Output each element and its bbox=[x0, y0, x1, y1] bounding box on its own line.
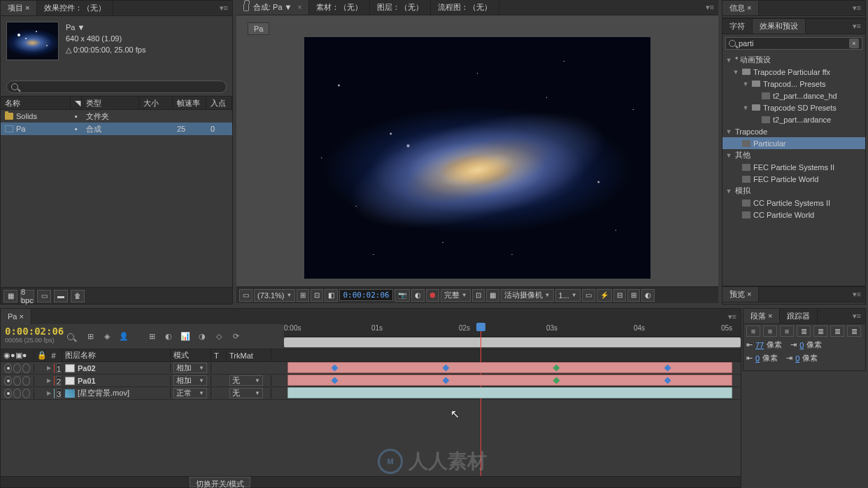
tab-footage[interactable]: 素材：（无） bbox=[309, 0, 370, 15]
exposure-button[interactable]: ◐ bbox=[641, 289, 655, 302]
snapshot-button[interactable]: 📷 bbox=[394, 289, 410, 302]
playhead-cap-icon[interactable] bbox=[476, 323, 485, 331]
toggle-switches-modes-button[interactable]: 切换开关/模式 bbox=[190, 477, 250, 487]
tree-folder[interactable]: * 动画预设 bbox=[723, 54, 865, 66]
grid-button[interactable]: ⊞ bbox=[297, 289, 309, 302]
layer-duration-bar[interactable] bbox=[287, 375, 732, 386]
tree-folder[interactable]: 其他 bbox=[723, 149, 865, 161]
disclosure-triangle-icon[interactable] bbox=[725, 152, 732, 159]
tree-folder[interactable]: Trapcod... Presets bbox=[723, 78, 865, 90]
hide-shy-icon[interactable]: 👤 bbox=[118, 330, 130, 343]
project-search[interactable] bbox=[6, 81, 227, 93]
views-dropdown[interactable]: 1...▼ bbox=[555, 289, 581, 302]
layer-duration-bar[interactable] bbox=[287, 362, 732, 373]
timeline-timecode[interactable]: 0:00:02:06 bbox=[5, 326, 56, 337]
trkmat-dropdown[interactable]: 无▼ bbox=[229, 375, 263, 386]
new-comp-button[interactable]: ▭ bbox=[37, 290, 51, 302]
frame-blend-icon[interactable]: ⊞ bbox=[145, 330, 158, 343]
justify-last-center-button[interactable]: ≣ bbox=[813, 326, 827, 337]
auto-keyframe-icon[interactable]: ◇ bbox=[213, 330, 225, 343]
twirl-icon[interactable]: ▶ bbox=[45, 365, 52, 371]
col-in[interactable]: 入点 bbox=[206, 97, 232, 109]
disclosure-triangle-icon[interactable] bbox=[725, 128, 732, 135]
bpc-button[interactable]: 8 bpc bbox=[20, 290, 34, 302]
col-num[interactable]: # bbox=[45, 349, 62, 361]
justify-all-button[interactable]: ≣ bbox=[847, 326, 861, 337]
work-area-bar[interactable] bbox=[284, 337, 741, 347]
graph-editor-icon[interactable]: 📊 bbox=[179, 330, 192, 343]
brainstorm-icon[interactable]: ◑ bbox=[196, 330, 208, 343]
solo-toggle[interactable] bbox=[22, 389, 30, 398]
panel-menu-icon[interactable]: ▾≡ bbox=[848, 290, 865, 299]
justify-last-left-button[interactable]: ≣ bbox=[797, 326, 811, 337]
blend-mode-dropdown[interactable]: 相加▼ bbox=[173, 363, 207, 373]
panel-menu-icon[interactable]: ▾≡ bbox=[848, 4, 865, 13]
effect-item[interactable]: t2_part...ardance bbox=[723, 113, 865, 125]
align-center-button[interactable]: ≡ bbox=[763, 326, 777, 337]
tab-effects-presets[interactable]: 效果和预设 bbox=[753, 19, 806, 34]
search-icon[interactable] bbox=[67, 333, 74, 340]
panel-menu-icon[interactable]: ▾≡ bbox=[215, 4, 232, 13]
disclosure-triangle-icon[interactable] bbox=[725, 188, 732, 195]
interpret-footage-button[interactable]: ▦ bbox=[3, 290, 17, 302]
visibility-toggle[interactable] bbox=[4, 376, 12, 386]
panel-menu-icon[interactable]: ▾≡ bbox=[848, 22, 865, 31]
tree-folder[interactable]: 模拟 bbox=[723, 185, 865, 197]
tab-composition[interactable]: 合成: Pa ▼× bbox=[236, 0, 309, 15]
audio-toggle[interactable] bbox=[13, 376, 21, 386]
indent-left-value[interactable]: 77 bbox=[755, 341, 764, 349]
zoom-dropdown[interactable]: (73.1%)▼ bbox=[254, 289, 295, 302]
col-label[interactable]: ◥ bbox=[71, 97, 82, 109]
clear-search-button[interactable]: × bbox=[849, 39, 859, 48]
show-channel-button[interactable]: ◐ bbox=[411, 289, 425, 302]
project-item[interactable]: Pa▪合成250 bbox=[1, 123, 232, 135]
effect-item[interactable]: Particular bbox=[723, 137, 865, 149]
disclosure-triangle-icon[interactable] bbox=[732, 69, 739, 76]
disclosure-triangle-icon[interactable] bbox=[725, 57, 732, 64]
pixel-aspect-button[interactable]: ▭ bbox=[582, 289, 595, 302]
audio-toggle[interactable] bbox=[13, 389, 21, 398]
tree-folder[interactable]: Trapcode Particular ffx bbox=[723, 66, 865, 78]
visibility-toggle[interactable] bbox=[4, 363, 12, 373]
tab-tracker[interactable]: 跟踪器 bbox=[780, 309, 818, 323]
tab-info[interactable]: 信息 × bbox=[723, 1, 759, 15]
align-right-button[interactable]: ≡ bbox=[780, 326, 794, 337]
timeline-button[interactable]: ⊟ bbox=[613, 289, 626, 302]
tab-layer[interactable]: 图层：（无） bbox=[370, 0, 431, 15]
disclosure-triangle-icon[interactable] bbox=[742, 104, 749, 111]
visibility-toggle[interactable] bbox=[4, 389, 12, 398]
layer-color-chip[interactable] bbox=[54, 363, 55, 373]
tree-folder[interactable]: Trapcode bbox=[723, 125, 865, 137]
blend-mode-dropdown[interactable]: 正常▼ bbox=[173, 388, 207, 398]
effects-search-input[interactable] bbox=[739, 39, 846, 48]
col-fps[interactable]: 帧速率 bbox=[173, 97, 206, 109]
panel-menu-icon[interactable]: ▾≡ bbox=[702, 3, 718, 12]
roi-button[interactable]: ⊡ bbox=[472, 289, 485, 302]
guides-button[interactable]: ⊡ bbox=[311, 289, 323, 302]
space-before-value[interactable]: 0 bbox=[755, 354, 760, 363]
mask-button[interactable]: ◧ bbox=[325, 289, 338, 302]
tab-effect-controls[interactable]: 效果控件：（无） bbox=[37, 1, 113, 15]
tab-timeline-comp[interactable]: Pa × bbox=[1, 309, 31, 324]
resolution-dropdown[interactable]: 完整▼ bbox=[441, 289, 471, 302]
col-mode[interactable]: 模式 bbox=[171, 349, 211, 361]
comp-mini-flowchart-icon[interactable]: ⊞ bbox=[84, 330, 97, 343]
fast-preview-button[interactable]: ⚡ bbox=[597, 289, 612, 302]
live-update-icon[interactable]: ⟳ bbox=[229, 330, 242, 343]
disclosure-triangle-icon[interactable] bbox=[742, 81, 749, 88]
solo-toggle[interactable] bbox=[22, 376, 30, 386]
align-left-button[interactable]: ≡ bbox=[746, 326, 760, 337]
space-after-value[interactable]: 0 bbox=[795, 354, 799, 363]
effect-item[interactable]: t2_part...dance_hd bbox=[723, 90, 865, 102]
twirl-icon[interactable]: ▶ bbox=[45, 390, 52, 396]
trash-button[interactable]: 🗑 bbox=[71, 290, 85, 302]
composition-viewer[interactable] bbox=[236, 15, 718, 286]
solo-toggle[interactable] bbox=[22, 363, 30, 373]
panel-menu-icon[interactable]: ▾≡ bbox=[848, 312, 865, 321]
new-folder-button[interactable]: ▬ bbox=[54, 290, 68, 302]
breadcrumb-item[interactable]: Pa bbox=[248, 22, 269, 35]
tree-folder[interactable]: Trapcode SD Presets bbox=[723, 102, 865, 113]
tab-preview[interactable]: 预览 × bbox=[723, 287, 759, 302]
col-name[interactable]: 名称 bbox=[1, 97, 71, 109]
justify-last-right-button[interactable]: ≣ bbox=[830, 326, 844, 337]
